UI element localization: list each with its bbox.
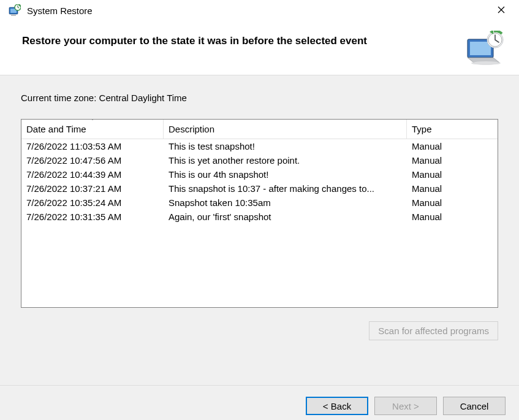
cell-datetime: 7/26/2022 10:47:56 AM	[21, 153, 164, 167]
cell-type: Manual	[407, 139, 498, 153]
table-row[interactable]: 7/26/2022 10:37:21 AMThis snapshot is 10…	[21, 181, 498, 196]
header-area: Restore your computer to the state it wa…	[0, 21, 519, 75]
cell-description: Snapshot taken 10:35am	[164, 196, 407, 210]
cell-type: Manual	[407, 196, 498, 210]
cell-type: Manual	[407, 181, 498, 196]
cell-datetime: 7/26/2022 10:44:39 AM	[21, 167, 164, 181]
table-row[interactable]: 7/26/2022 11:03:53 AMThis is test snapsh…	[21, 139, 498, 153]
cell-datetime: 7/26/2022 10:31:35 AM	[21, 210, 164, 224]
column-header-description[interactable]: Description	[164, 120, 407, 139]
column-header-datetime-label: Date and Time	[26, 124, 86, 134]
cell-type: Manual	[407, 153, 498, 167]
svg-rect-2	[11, 15, 16, 16]
cancel-button[interactable]: Cancel	[443, 397, 506, 415]
timezone-label: Current time zone: Central Daylight Time	[21, 93, 498, 103]
table-body: 7/26/2022 11:03:53 AMThis is test snapsh…	[21, 139, 498, 307]
system-restore-hero-icon	[465, 31, 506, 66]
window-title: System Restore	[27, 6, 482, 16]
cell-description: This is our 4th snapshot!	[164, 167, 407, 181]
scan-button-row: Scan for affected programs	[21, 321, 498, 340]
table-row[interactable]: 7/26/2022 10:47:56 AMThis is yet another…	[21, 153, 498, 167]
restore-points-table: Date and Time Description Type 7/26/2022…	[21, 119, 498, 308]
column-header-datetime[interactable]: Date and Time	[21, 120, 164, 139]
column-header-description-label: Description	[169, 124, 214, 134]
scan-affected-programs-button: Scan for affected programs	[369, 321, 498, 340]
cell-datetime: 7/26/2022 10:37:21 AM	[21, 181, 164, 196]
sort-desc-icon	[89, 119, 96, 120]
cell-datetime: 7/26/2022 10:35:24 AM	[21, 196, 164, 210]
cell-datetime: 7/26/2022 11:03:53 AM	[21, 139, 164, 153]
column-header-type-label: Type	[412, 124, 432, 134]
system-restore-icon	[9, 4, 21, 17]
cell-description: This snapshot is 10:37 - after making ch…	[164, 181, 407, 196]
title-bar: System Restore	[0, 0, 519, 21]
close-icon	[498, 5, 505, 16]
table-row[interactable]: 7/26/2022 10:44:39 AMThis is our 4th sna…	[21, 167, 498, 181]
table-row[interactable]: 7/26/2022 10:31:35 AMAgain, our 'first' …	[21, 210, 498, 224]
table-header-row: Date and Time Description Type	[21, 120, 498, 139]
next-button: Next >	[374, 397, 437, 415]
svg-rect-8	[470, 42, 491, 55]
svg-point-10	[471, 61, 501, 65]
cell-type: Manual	[407, 167, 498, 181]
back-button[interactable]: < Back	[306, 397, 368, 415]
content-area: Current time zone: Central Daylight Time…	[0, 75, 519, 385]
column-header-type[interactable]: Type	[407, 120, 498, 139]
cell-description: This is yet another restore point.	[164, 153, 407, 167]
cell-description: Again, our 'first' snapshot	[164, 210, 407, 224]
close-button[interactable]	[488, 2, 514, 18]
page-heading: Restore your computer to the state it wa…	[22, 31, 367, 48]
footer-bar: < Back Next > Cancel	[0, 385, 519, 420]
cell-description: This is test snapshot!	[164, 139, 407, 153]
table-row[interactable]: 7/26/2022 10:35:24 AMSnapshot taken 10:3…	[21, 196, 498, 210]
cell-type: Manual	[407, 210, 498, 224]
